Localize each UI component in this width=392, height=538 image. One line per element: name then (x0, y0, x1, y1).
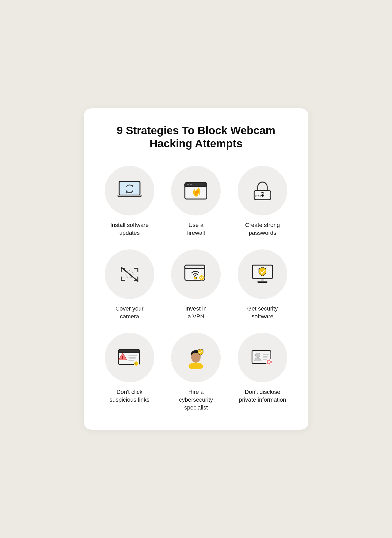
invest-vpn-label: Invest ina VPN (185, 305, 207, 320)
strategy-suspicious-links: ! ! Don't clicksuspicious links (100, 333, 160, 411)
use-firewall-label: Use afirewall (187, 221, 205, 237)
strategy-cybersecurity-specialist: Hire acybersecurityspecialist (166, 333, 226, 411)
strategy-invest-vpn: Invest ina VPN (166, 249, 226, 320)
main-card: 9 Strategies To Block Webcam Hacking Att… (84, 108, 308, 430)
svg-rect-26 (128, 357, 136, 359)
svg-rect-16 (185, 265, 205, 268)
svg-point-30 (189, 362, 203, 369)
invest-vpn-icon-circle (171, 249, 221, 299)
cybersecurity-specialist-label: Hire acybersecurityspecialist (179, 388, 213, 411)
page-title: 9 Strategies To Block Webcam Hacking Att… (100, 124, 293, 150)
strategy-strong-passwords: * * * * Create strongpasswords (232, 166, 293, 237)
private-info-label: Don't discloseprivate information (239, 388, 286, 404)
suspicious-links-label: Don't clicksuspicious links (109, 388, 149, 404)
svg-point-6 (187, 184, 189, 185)
cybersecurity-specialist-icon (183, 346, 209, 369)
password-icon: * * * * (249, 179, 276, 202)
svg-rect-25 (128, 355, 137, 356)
svg-text:* * * *: * * * * (255, 194, 264, 198)
svg-rect-23 (119, 349, 139, 353)
svg-rect-3 (118, 195, 141, 197)
private-info-icon (249, 346, 276, 369)
suspicious-links-icon: ! ! (116, 346, 143, 369)
strategy-cover-camera: Cover yourcamera (100, 249, 160, 320)
svg-rect-27 (128, 360, 134, 361)
private-info-icon-circle (238, 333, 287, 382)
svg-point-7 (190, 184, 192, 185)
use-firewall-icon-circle (171, 166, 221, 215)
svg-rect-37 (263, 359, 267, 360)
svg-rect-20 (261, 279, 264, 281)
cover-camera-label: Cover yourcamera (115, 305, 144, 320)
strategy-install-updates: Install softwareupdates (100, 166, 160, 237)
firewall-icon (183, 179, 209, 202)
svg-rect-21 (258, 281, 267, 283)
strategy-security-software: Get securitysoftware (232, 249, 293, 320)
strategy-private-information: Don't discloseprivate information (232, 333, 293, 411)
cybersecurity-specialist-icon-circle (171, 333, 221, 382)
laptop-update-icon (116, 179, 143, 202)
strategy-use-firewall: Use afirewall (166, 166, 226, 237)
security-software-label: Get securitysoftware (247, 305, 278, 320)
cover-camera-icon-circle (105, 249, 154, 299)
svg-line-14 (122, 268, 137, 280)
install-updates-icon-circle (105, 166, 154, 215)
suspicious-links-icon-circle: ! ! (105, 333, 154, 382)
svg-text:!: ! (122, 355, 123, 360)
svg-rect-17 (194, 277, 197, 279)
svg-rect-36 (263, 356, 268, 358)
svg-point-18 (199, 275, 204, 280)
install-updates-label: Install softwareupdates (110, 221, 149, 237)
security-software-icon (249, 262, 276, 286)
strong-passwords-icon-circle: * * * * (238, 166, 287, 215)
vpn-icon (183, 262, 209, 286)
strategies-grid: Install softwareupdates U (100, 166, 293, 411)
strong-passwords-label: Create strongpasswords (245, 221, 280, 237)
svg-text:!: ! (135, 362, 136, 366)
svg-point-34 (255, 353, 260, 358)
security-software-icon-circle (238, 249, 287, 299)
svg-rect-35 (263, 354, 269, 355)
camera-cover-icon (116, 262, 143, 286)
